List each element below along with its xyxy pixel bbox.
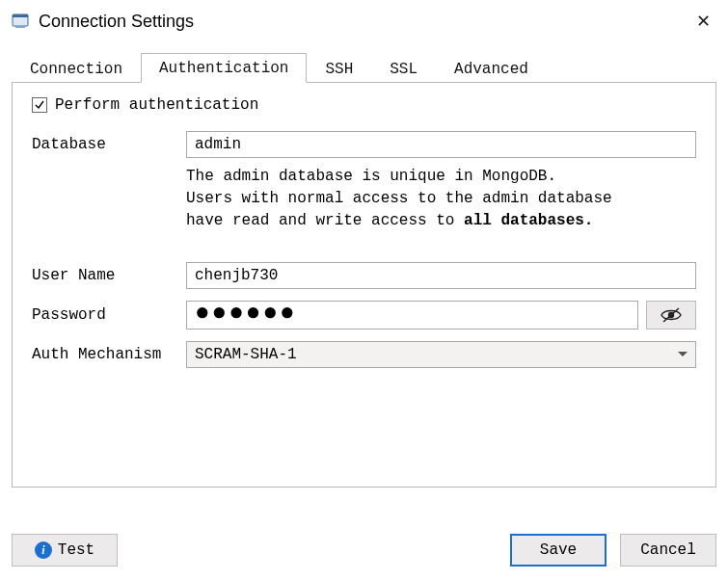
toggle-password-visibility-button[interactable] — [646, 301, 696, 330]
tab-bar: Connection Authentication SSH SSL Advanc… — [12, 52, 716, 83]
username-input[interactable] — [186, 262, 696, 289]
password-input[interactable]: ●●●●●● — [186, 301, 638, 330]
cancel-button[interactable]: Cancel — [620, 534, 716, 567]
tab-advanced[interactable]: Advanced — [436, 54, 547, 83]
password-label: Password — [32, 306, 186, 324]
perform-auth-label: Perform authentication — [55, 96, 258, 114]
database-label: Database — [32, 136, 186, 153]
chevron-down-icon — [678, 352, 688, 356]
perform-auth-checkbox[interactable] — [32, 97, 47, 113]
tab-authentication[interactable]: Authentication — [141, 53, 307, 83]
app-icon — [12, 13, 29, 29]
test-button[interactable]: i Test — [12, 534, 118, 567]
database-input[interactable] — [186, 131, 696, 158]
close-icon[interactable]: ✕ — [689, 8, 716, 35]
database-help-text: The admin database is unique in MongoDB.… — [186, 166, 696, 233]
svg-rect-2 — [15, 26, 25, 28]
info-icon: i — [35, 541, 52, 559]
auth-mech-value: SCRAM-SHA-1 — [195, 346, 297, 363]
save-button[interactable]: Save — [510, 534, 607, 567]
tab-ssl[interactable]: SSL — [371, 54, 436, 83]
auth-mech-label: Auth Mechanism — [32, 346, 186, 363]
auth-mech-select[interactable]: SCRAM-SHA-1 — [186, 341, 696, 368]
window-title: Connection Settings — [39, 12, 689, 32]
checkmark-icon — [34, 99, 45, 111]
svg-rect-1 — [13, 14, 28, 17]
eye-slash-icon — [661, 307, 682, 323]
title-bar: Connection Settings ✕ — [0, 0, 728, 46]
tab-connection[interactable]: Connection — [12, 54, 141, 83]
tab-ssh[interactable]: SSH — [307, 54, 371, 83]
dialog-footer: i Test Save Cancel — [12, 534, 716, 567]
auth-panel: Perform authentication Database The admi… — [12, 83, 716, 488]
username-label: User Name — [32, 267, 186, 284]
